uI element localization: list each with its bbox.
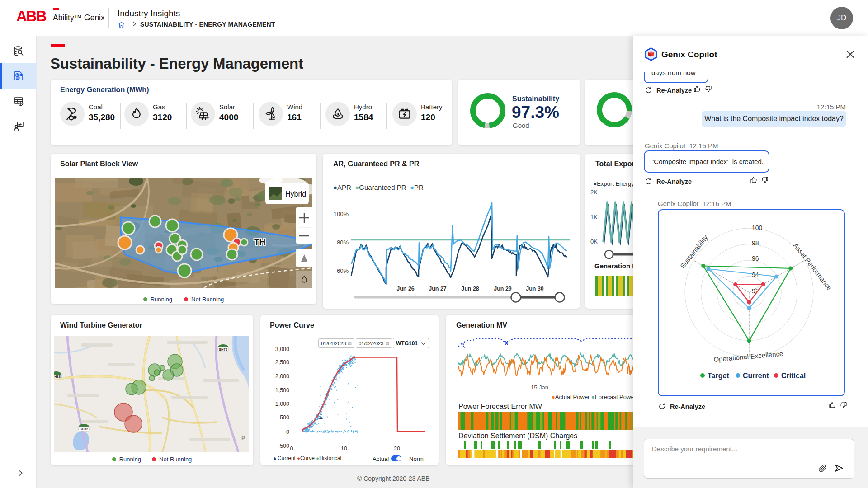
svg-text:Jun 26: Jun 26 [396, 286, 415, 292]
svg-text:Jun 30: Jun 30 [526, 286, 544, 292]
svg-text:1,500: 1,500 [275, 387, 289, 394]
svg-text:Critical: Critical [781, 372, 806, 380]
svg-text:Wind: Wind [287, 103, 302, 111]
svg-text:Hybrid: Hybrid [285, 190, 306, 198]
svg-text:96: 96 [752, 255, 759, 262]
svg-text:98: 98 [752, 239, 759, 247]
svg-text:Coal: Coal [89, 103, 103, 111]
svg-text:2,000: 2,000 [275, 373, 289, 380]
svg-text:-500: -500 [278, 443, 289, 449]
svg-text:Jun 29: Jun 29 [494, 286, 512, 292]
svg-text:SH32: SH32 [80, 427, 88, 431]
svg-text:1,000: 1,000 [275, 401, 289, 407]
svg-text:Gas: Gas [153, 103, 165, 111]
svg-text:80%: 80% [337, 239, 349, 246]
svg-text:Jun 27: Jun 27 [429, 286, 447, 292]
svg-text:3120: 3120 [153, 113, 172, 122]
svg-text:100: 100 [752, 224, 763, 231]
svg-text:500: 500 [280, 414, 289, 421]
svg-text:4000: 4000 [219, 113, 238, 122]
svg-text:35,280: 35,280 [89, 113, 115, 122]
svg-text:2,500: 2,500 [275, 359, 289, 366]
svg-text:Jun 28: Jun 28 [461, 286, 479, 292]
svg-text:Operational Excellence: Operational Excellence [713, 350, 783, 363]
svg-text:Target: Target [708, 372, 729, 380]
svg-text:Hydro: Hydro [354, 103, 372, 111]
svg-text:1584: 1584 [354, 113, 373, 122]
svg-text:ABB: ABB [17, 10, 47, 23]
svg-text:0K: 0K [590, 238, 598, 245]
svg-text:3,000: 3,000 [275, 346, 289, 352]
svg-text:Sustainability: Sustainability [679, 233, 709, 270]
svg-text:100%: 100% [334, 211, 349, 217]
svg-text:TH: TH [254, 237, 265, 247]
svg-text:Solar: Solar [219, 103, 235, 111]
svg-text:60%: 60% [337, 267, 349, 274]
svg-text:0: 0 [286, 429, 289, 435]
svg-text:120: 120 [421, 113, 435, 122]
svg-text:1K: 1K [590, 214, 598, 221]
svg-text:Current: Current [743, 372, 769, 380]
svg-text:0: 0 [290, 446, 293, 452]
svg-text:2K: 2K [590, 189, 598, 196]
svg-text:161: 161 [287, 113, 302, 122]
svg-text:20: 20 [394, 446, 400, 452]
svg-text:SH75: SH75 [219, 347, 227, 352]
svg-text:P: P [241, 435, 245, 441]
svg-text:SH38: SH38 [54, 375, 61, 379]
svg-text:10: 10 [341, 446, 347, 452]
svg-text:Battery: Battery [421, 103, 443, 111]
